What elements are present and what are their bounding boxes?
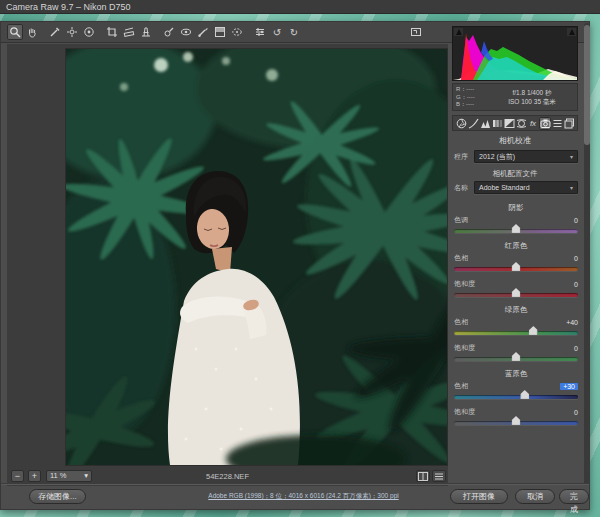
- cancel-button[interactable]: 取消: [515, 489, 555, 504]
- slider-row: 饱和度 0: [454, 407, 578, 417]
- slider-thumb[interactable]: [512, 416, 521, 425]
- color-sampler-icon[interactable]: [64, 24, 80, 40]
- slider-row: 色相 0: [454, 253, 578, 263]
- slider-label: 色相: [454, 381, 468, 391]
- calibration-sliders: 阴影 色调 0 红原色 色相 0 饱和度: [454, 199, 578, 433]
- spot-removal-icon[interactable]: [161, 24, 177, 40]
- detail-tab-icon[interactable]: [479, 117, 491, 130]
- shadow-tint-slider[interactable]: [454, 229, 578, 233]
- panel-scrollbar[interactable]: [584, 23, 590, 485]
- section-title-green-primary: 绿原色: [454, 305, 578, 315]
- adjustments-panel: R：---- G：---- B：---- f/1.8 1/400 秒 ISO 1…: [450, 23, 583, 485]
- chevron-down-icon: ▾: [570, 184, 573, 191]
- camera-calibration-tab-icon[interactable]: [539, 117, 551, 130]
- photo-preview[interactable]: [66, 49, 447, 465]
- done-button[interactable]: 完成: [559, 489, 589, 504]
- zoom-tool-icon[interactable]: [7, 24, 23, 40]
- shadow-clipping-indicator[interactable]: [454, 28, 463, 36]
- red-hue-slider[interactable]: [454, 267, 578, 271]
- white-balance-eyedropper-icon[interactable]: [47, 24, 63, 40]
- slider-thumb[interactable]: [512, 352, 521, 361]
- window-title-bar[interactable]: Camera Raw 9.7 – Nikon D750: [0, 0, 600, 14]
- rotate-left-icon[interactable]: ↺: [269, 24, 285, 40]
- effects-fx-tab-icon[interactable]: fx: [527, 117, 539, 130]
- hsl-grayscale-tab-icon[interactable]: [491, 117, 503, 130]
- highlight-clipping-indicator[interactable]: [567, 28, 576, 36]
- presets-tab-icon[interactable]: [551, 117, 563, 130]
- slider-label: 饱和度: [454, 407, 475, 417]
- image-preview-area: − + 11 % ▾ 54E228.NEF: [7, 44, 448, 486]
- slider-row: 饱和度 0: [454, 279, 578, 289]
- process-version-dropdown[interactable]: 2012 (当前) ▾: [474, 150, 578, 163]
- slider-label: 饱和度: [454, 343, 475, 353]
- split-toning-tab-icon[interactable]: [503, 117, 515, 130]
- graduated-filter-icon[interactable]: [212, 24, 228, 40]
- scrollbar-thumb[interactable]: [584, 25, 590, 145]
- targeted-adjustment-icon[interactable]: [81, 24, 97, 40]
- camera-raw-dialog: ↺ ↻: [0, 21, 590, 510]
- open-image-button[interactable]: 打开图像: [450, 489, 508, 504]
- profile-name-label: 名称: [454, 183, 474, 193]
- slider-thumb[interactable]: [529, 326, 538, 335]
- blue-saturation-slider[interactable]: [454, 421, 578, 425]
- image-status-bar: − + 11 % ▾ 54E228.NEF: [7, 468, 448, 484]
- open-preferences-icon[interactable]: [252, 24, 268, 40]
- slider-value-field[interactable]: 0: [574, 255, 578, 262]
- exif-info-box: R：---- G：---- B：---- f/1.8 1/400 秒 ISO 1…: [452, 83, 578, 111]
- slider-row: 色相 +40: [454, 317, 578, 327]
- slider-row: 饱和度 0: [454, 343, 578, 353]
- slider-thumb[interactable]: [512, 262, 521, 271]
- adjustment-brush-icon[interactable]: [195, 24, 211, 40]
- profile-name-dropdown[interactable]: Adobe Standard ▾: [474, 181, 578, 194]
- workflow-options-link[interactable]: Adobe RGB (1998)；8 位；4016 x 6016 (24.2 百…: [161, 492, 446, 501]
- slider-label: 色相: [454, 317, 468, 327]
- rgb-readout: R：---- G：---- B：----: [453, 84, 487, 110]
- preview-split-toggle-icon[interactable]: [416, 470, 430, 482]
- slider-row: 色调 0: [454, 215, 578, 225]
- rotate-right-icon[interactable]: ↻: [286, 24, 302, 40]
- green-saturation-slider[interactable]: [454, 357, 578, 361]
- straighten-tool-icon[interactable]: [121, 24, 137, 40]
- process-label: 程序: [454, 152, 474, 162]
- tone-curve-tab-icon[interactable]: [467, 117, 479, 130]
- slider-label: 色相: [454, 253, 468, 263]
- fullscreen-toggle-icon[interactable]: [408, 24, 424, 40]
- transform-tool-icon[interactable]: [138, 24, 154, 40]
- chevron-down-icon: ▾: [570, 153, 573, 160]
- slider-label: 饱和度: [454, 279, 475, 289]
- lens-corrections-tab-icon[interactable]: [515, 117, 527, 130]
- slider-thumb[interactable]: [512, 288, 521, 297]
- histogram-plot: [453, 27, 577, 80]
- section-title-shadows: 阴影: [454, 203, 578, 213]
- preview-controls: [416, 470, 446, 482]
- slider-value-field[interactable]: 0: [574, 281, 578, 288]
- dialog-footer: 存储图像... Adobe RGB (1998)；8 位；4016 x 6016…: [1, 483, 589, 509]
- crop-tool-icon[interactable]: [104, 24, 120, 40]
- process-version-value: 2012 (当前): [479, 152, 515, 162]
- red-saturation-slider[interactable]: [454, 293, 578, 297]
- red-eye-icon[interactable]: [178, 24, 194, 40]
- section-title-red-primary: 红原色: [454, 241, 578, 251]
- camera-profile-header: 相机配置文件: [450, 169, 580, 179]
- save-image-button[interactable]: 存储图像...: [29, 489, 86, 504]
- slider-value-field[interactable]: 0: [574, 345, 578, 352]
- basic-tab-icon[interactable]: [455, 117, 467, 130]
- panel-tab-strip: fx: [452, 115, 578, 131]
- snapshots-tab-icon[interactable]: [563, 117, 575, 130]
- slider-value-field[interactable]: 0: [574, 409, 578, 416]
- radial-filter-icon[interactable]: [229, 24, 245, 40]
- window-title: Camera Raw 9.7 – Nikon D750: [6, 2, 131, 12]
- green-hue-slider[interactable]: [454, 331, 578, 335]
- aperture-shutter-label: f/1.8 1/400 秒: [487, 88, 577, 97]
- slider-thumb[interactable]: [512, 224, 521, 233]
- hand-tool-icon[interactable]: [24, 24, 40, 40]
- slider-value-field-selected[interactable]: +30: [560, 383, 578, 390]
- histogram: [452, 26, 578, 81]
- slider-thumb[interactable]: [520, 390, 529, 399]
- blue-hue-slider[interactable]: [454, 395, 578, 399]
- slider-label: 色调: [454, 215, 468, 225]
- slider-value-field[interactable]: 0: [574, 217, 578, 224]
- slider-value-field[interactable]: +40: [566, 319, 578, 326]
- preview-settings-icon[interactable]: [432, 470, 446, 482]
- profile-name-value: Adobe Standard: [479, 184, 530, 191]
